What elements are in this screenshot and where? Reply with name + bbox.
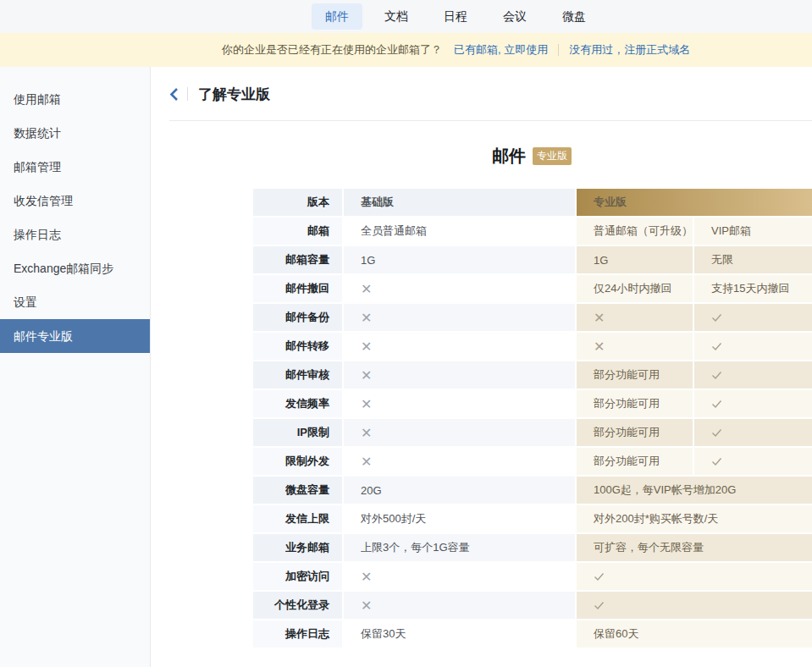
sidebar: 使用邮箱数据统计邮箱管理收发信管理操作日志Exchange邮箱同步设置邮件专业版 [0,67,151,667]
cross-icon: ✕ [361,569,372,585]
pro-vip-value: 无限 [694,246,812,273]
row-label: 限制外发 [253,448,342,475]
basic-value: ✕ [344,419,575,446]
nav-tabs: 邮件文档日程会议微盘 [312,3,599,30]
pro-vip-value [694,419,812,446]
row-label: 邮箱容量 [253,246,342,273]
pro-standard-value: 部分功能可用 [577,448,693,475]
pro-vip-value [694,333,812,360]
header-divider [169,120,812,121]
sidebar-item[interactable]: 邮件专业版 [0,319,150,353]
pro-vip-value: VIP邮箱 [694,218,812,245]
check-icon [594,572,605,582]
basic-value: ✕ [344,275,575,302]
tab-docs[interactable]: 文档 [371,3,422,30]
notice-link-register[interactable]: 没有用过，注册正式域名 [569,42,690,58]
page-title: 了解专业版 [198,85,270,104]
pro-value: 对外200封*购买帐号数/天 [577,505,812,532]
basic-value: ✕ [344,563,575,590]
basic-value: ✕ [344,592,575,619]
sidebar-item[interactable]: 操作日志 [0,218,150,251]
basic-value: ✕ [344,361,575,389]
pro-value [577,592,812,619]
basic-value: 上限3个，每个1G容量 [344,534,575,561]
pro-value [577,563,812,590]
pro-standard-value: 1G [577,246,693,273]
tab-meeting[interactable]: 会议 [489,3,540,30]
table-header-pro: 专业版 [577,189,812,216]
notice-bar: 你的企业是否已经有正在使用的企业邮箱了？ 已有邮箱, 立即使用 没有用过，注册正… [0,33,812,67]
row-label: IP限制 [253,419,342,446]
back-button[interactable] [169,87,179,102]
basic-value: ✕ [344,333,575,360]
comparison-table: 版本基础版专业版邮箱全员普通邮箱普通邮箱（可升级）VIP邮箱邮箱容量1G1G无限… [253,189,810,648]
pro-value: 100G起，每VIP帐号增加20G [577,477,812,504]
table-header-basic: 基础版 [344,189,575,216]
cross-icon: ✕ [361,281,372,297]
sidebar-item[interactable]: 数据统计 [0,116,150,150]
pro-vip-value [694,304,812,331]
notice-link-existing[interactable]: 已有邮箱, 立即使用 [454,42,548,58]
row-label: 操作日志 [253,620,342,648]
cross-icon: ✕ [361,367,372,383]
pro-standard-value: ✕ [577,304,693,331]
product-heading: 邮件 专业版 [253,146,810,166]
cross-icon: ✕ [594,339,605,355]
check-icon [711,313,722,322]
row-label: 邮件撤回 [253,275,342,302]
sidebar-item[interactable]: 邮箱管理 [0,150,150,184]
basic-value: 20G [344,477,575,504]
pro-vip-value [694,390,812,417]
notice-question: 你的企业是否已经有正在使用的企业邮箱了？ [222,42,442,58]
basic-value: ✕ [344,390,575,417]
row-label: 加密访问 [253,563,342,590]
basic-value: 对外500封/天 [344,505,575,532]
row-label: 发信上限 [253,505,342,532]
sidebar-item[interactable]: 设置 [0,285,150,319]
pro-badge: 专业版 [533,147,572,165]
notice-divider [558,44,559,56]
pro-vip-value [694,361,812,389]
pro-vip-value: 支持15天内撤回 [694,275,812,302]
tab-mail[interactable]: 邮件 [312,3,362,30]
sidebar-item[interactable]: 收发信管理 [0,184,150,218]
pro-value: 可扩容，每个无限容量 [577,534,812,561]
cross-icon: ✕ [361,339,372,355]
row-label: 邮件审核 [253,361,342,389]
row-label: 发信频率 [253,390,342,417]
back-chevron-icon [169,87,179,102]
check-icon [594,601,605,610]
check-icon [711,400,722,409]
cross-icon: ✕ [361,598,372,614]
top-nav: 邮件文档日程会议微盘 [0,0,812,33]
cross-icon: ✕ [361,310,372,326]
basic-value: 1G [344,246,575,273]
row-label: 邮件转移 [253,333,342,360]
product-name: 邮件 [492,145,526,168]
check-icon [711,371,722,380]
row-label: 微盘容量 [253,477,342,504]
basic-value: ✕ [344,304,575,331]
tab-drive[interactable]: 微盘 [549,3,599,30]
page: 邮件文档日程会议微盘 你的企业是否已经有正在使用的企业邮箱了？ 已有邮箱, 立即… [0,0,812,667]
row-label: 业务邮箱 [253,534,342,561]
pro-standard-value: 普通邮箱（可升级） [577,218,693,245]
pro-standard-value: 部分功能可用 [577,419,693,446]
title-divider [187,87,188,101]
pro-standard-value: 部分功能可用 [577,390,693,417]
sidebar-item[interactable]: Exchange邮箱同步 [0,251,150,285]
cross-icon: ✕ [361,454,372,470]
table-header-version: 版本 [253,189,342,216]
row-label: 邮箱 [253,218,342,245]
pro-standard-value: 部分功能可用 [577,361,693,389]
row-label: 邮件备份 [253,304,342,331]
pro-standard-value: ✕ [577,333,693,360]
cross-icon: ✕ [594,310,605,326]
main-content: 了解专业版 邮件 专业版 版本基础版专业版邮箱全员普通邮箱普通邮箱（可升级）VI… [151,67,812,667]
pro-value: 保留60天 [577,620,812,648]
sidebar-item[interactable]: 使用邮箱 [0,82,150,116]
basic-value: 全员普通邮箱 [344,218,575,245]
basic-value: 保留30天 [344,620,575,648]
cross-icon: ✕ [361,425,372,441]
tab-schedule[interactable]: 日程 [430,3,481,30]
